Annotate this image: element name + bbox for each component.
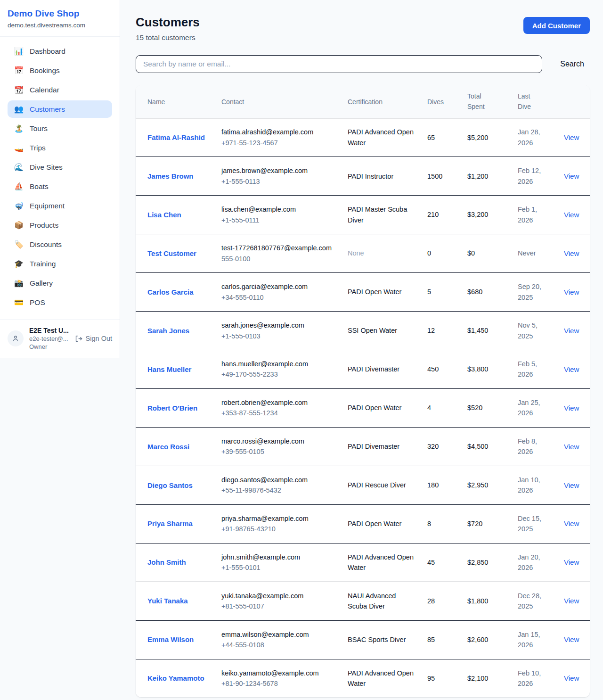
sidebar-item-label: Boats (30, 182, 49, 191)
sidebar-item-label: Dashboard (30, 47, 65, 56)
dashboard-icon: 📊 (14, 47, 24, 56)
table-row: Emma Wilson emma.wilson@example.com +44-… (136, 620, 590, 659)
customer-total-spent: $2,100 (462, 659, 512, 697)
customer-certification: SSI Open Water (342, 312, 422, 350)
search-input[interactable] (136, 55, 542, 73)
sidebar-item-tours[interactable]: 🏝️Tours (8, 120, 112, 137)
customer-email: yuki.tanaka@example.com (221, 591, 336, 601)
view-customer-link[interactable]: View (564, 443, 579, 451)
customer-dives: 45 (422, 543, 462, 582)
customer-name-link[interactable]: Priya Sharma (147, 519, 193, 527)
user-footer: E2E Test U... e2e-tester@... Owner Sign … (0, 320, 120, 358)
search-row: Search (136, 55, 590, 73)
training-icon: 🎓 (14, 259, 24, 268)
customer-last-dive: Feb 8, 2026 (512, 427, 558, 466)
sidebar-item-dashboard[interactable]: 📊Dashboard (8, 42, 112, 60)
sidebar-item-equipment[interactable]: 🤿Equipment (8, 197, 112, 214)
sidebar-item-label: Calendar (30, 86, 59, 94)
sidebar-item-bookings[interactable]: 📅Bookings (8, 62, 112, 79)
customer-name-link[interactable]: Hans Mueller (147, 365, 191, 373)
sign-out-button[interactable]: Sign Out (74, 335, 112, 343)
customer-name-link[interactable]: Diego Santos (147, 481, 193, 489)
view-customer-link[interactable]: View (564, 404, 579, 412)
view-customer-link[interactable]: View (564, 365, 579, 373)
table-row: Test Customer test-1772681807767@example… (136, 234, 590, 273)
sidebar-item-calendar[interactable]: 📆Calendar (8, 81, 112, 99)
customer-email: lisa.chen@example.com (221, 204, 336, 214)
column-header-actions (558, 85, 590, 118)
customer-name-link[interactable]: James Brown (147, 172, 194, 180)
sidebar-item-boats[interactable]: ⛵Boats (8, 178, 112, 195)
main-content: Customers 15 total customers Add Custome… (120, 0, 603, 697)
customer-phone: +353-87-555-1234 (221, 408, 336, 418)
view-customer-link[interactable]: View (564, 249, 579, 257)
customer-certification: PADI Advanced Open Water (342, 659, 422, 697)
customer-certification: PADI Open Water (342, 504, 422, 543)
view-customer-link[interactable]: View (564, 288, 579, 296)
customer-phone: +55-11-99876-5432 (221, 485, 336, 495)
sidebar-item-gallery[interactable]: 📸Gallery (8, 274, 112, 292)
add-customer-button[interactable]: Add Customer (523, 17, 590, 34)
search-button[interactable]: Search (554, 60, 590, 68)
column-header-last-dive: Last Dive (512, 85, 558, 118)
customer-certification: PADI Advanced Open Water (342, 543, 422, 582)
customer-name-link[interactable]: John Smith (147, 558, 186, 566)
view-customer-link[interactable]: View (564, 481, 579, 489)
sidebar-item-dive-sites[interactable]: 🌊Dive Sites (8, 158, 112, 176)
sign-out-label: Sign Out (86, 335, 112, 342)
sidebar-item-pos[interactable]: 💳POS (8, 294, 112, 311)
view-customer-link[interactable]: View (564, 211, 579, 219)
person-icon (12, 335, 19, 342)
customer-name-link[interactable]: Emma Wilson (147, 635, 194, 643)
sidebar-item-training[interactable]: 🎓Training (8, 255, 112, 272)
table-row: Hans Mueller hans.mueller@example.com +4… (136, 350, 590, 389)
customer-last-dive: Feb 12, 2026 (512, 157, 558, 196)
customer-email: carlos.garcia@example.com (221, 281, 336, 292)
view-customer-link[interactable]: View (564, 597, 579, 605)
customer-certification: PADI Rescue Diver (342, 466, 422, 504)
customer-last-dive: Dec 15, 2025 (512, 504, 558, 543)
sidebar-item-discounts[interactable]: 🏷️Discounts (8, 236, 112, 253)
customer-email: diego.santos@example.com (221, 475, 336, 485)
customer-contact-cell: hans.mueller@example.com +49-170-555-223… (216, 350, 342, 389)
customer-name-link[interactable]: Sarah Jones (147, 327, 189, 335)
view-customer-link[interactable]: View (564, 519, 579, 527)
view-customer-link[interactable]: View (564, 635, 579, 643)
customer-email: test-1772681807767@example.com (221, 243, 336, 253)
sign-out-icon (74, 335, 82, 343)
sidebar-item-customers[interactable]: 👥Customers (8, 100, 112, 118)
customer-phone: +34-555-0110 (221, 292, 336, 303)
customer-last-dive: Jan 28, 2026 (512, 118, 558, 157)
table-row: Marco Rossi marco.rossi@example.com +39-… (136, 427, 590, 466)
view-customer-link[interactable]: View (564, 558, 579, 566)
customer-certification: NAUI Advanced Scuba Diver (342, 582, 422, 620)
customer-certification: PADI Instructor (342, 157, 422, 196)
customer-phone: +1-555-0113 (221, 176, 336, 187)
customer-name-link[interactable]: Test Customer (147, 249, 196, 257)
customer-name-link[interactable]: Yuki Tanaka (147, 597, 188, 605)
customer-name-link[interactable]: Carlos Garcia (147, 288, 194, 296)
view-customer-link[interactable]: View (564, 327, 579, 335)
customer-dives: 65 (422, 118, 462, 157)
sidebar-item-trips[interactable]: 🚤Trips (8, 139, 112, 156)
sidebar-item-label: Gallery (30, 279, 53, 288)
boats-icon: ⛵ (14, 182, 24, 191)
sidebar-item-label: Products (30, 221, 58, 230)
customer-phone: 555-0100 (221, 254, 336, 264)
page-subtitle: 15 total customers (136, 33, 200, 42)
customer-contact-cell: sarah.jones@example.com +1-555-0103 (216, 312, 342, 350)
view-customer-link[interactable]: View (564, 674, 579, 682)
view-customer-link[interactable]: View (564, 133, 579, 141)
customer-dives: 180 (422, 466, 462, 504)
customer-name-link[interactable]: Robert O'Brien (147, 404, 197, 412)
customer-name-link[interactable]: Marco Rossi (147, 443, 189, 451)
sidebar-item-products[interactable]: 📦Products (8, 216, 112, 234)
view-customer-link[interactable]: View (564, 172, 579, 180)
customer-name-link[interactable]: Keiko Yamamoto (147, 674, 204, 682)
customer-certification: PADI Master Scuba Diver (342, 196, 422, 234)
user-info: E2E Test U... e2e-tester@... Owner (29, 327, 69, 350)
customer-total-spent: $680 (462, 273, 512, 312)
customer-name-link[interactable]: Fatima Al-Rashid (147, 133, 205, 141)
table-row: Lisa Chen lisa.chen@example.com +1-555-0… (136, 196, 590, 234)
customer-name-link[interactable]: Lisa Chen (147, 211, 181, 219)
